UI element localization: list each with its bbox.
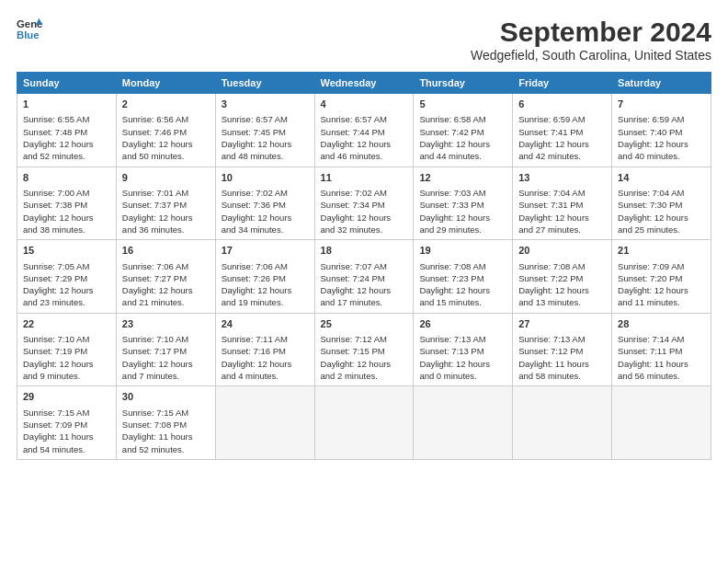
calendar-cell: 27Sunrise: 7:13 AMSunset: 7:12 PMDayligh… — [513, 313, 612, 386]
logo-icon: General Blue — [17, 17, 42, 42]
calendar-cell: 15Sunrise: 7:05 AMSunset: 7:29 PMDayligh… — [17, 240, 117, 314]
week-row-1: 1Sunrise: 6:55 AMSunset: 7:48 PMDaylight… — [17, 94, 711, 167]
calendar-cell: 3Sunrise: 6:57 AMSunset: 7:45 PMDaylight… — [215, 94, 314, 167]
calendar-cell: 23Sunrise: 7:10 AMSunset: 7:17 PMDayligh… — [116, 313, 215, 386]
page: General Blue September 2024 Wedgefield, … — [0, 0, 728, 563]
logo: General Blue — [17, 17, 42, 42]
calendar-cell — [612, 386, 711, 460]
calendar-cell: 21Sunrise: 7:09 AMSunset: 7:20 PMDayligh… — [612, 240, 711, 314]
calendar-cell: 6Sunrise: 6:59 AMSunset: 7:41 PMDaylight… — [513, 94, 612, 167]
week-row-3: 15Sunrise: 7:05 AMSunset: 7:29 PMDayligh… — [17, 240, 711, 314]
calendar-cell: 11Sunrise: 7:02 AMSunset: 7:34 PMDayligh… — [314, 167, 414, 240]
calendar-cell — [314, 386, 414, 460]
calendar-cell: 5Sunrise: 6:58 AMSunset: 7:42 PMDaylight… — [414, 94, 513, 167]
calendar-cell: 28Sunrise: 7:14 AMSunset: 7:11 PMDayligh… — [612, 313, 711, 386]
calendar-cell — [513, 386, 612, 460]
calendar-cell — [215, 386, 314, 460]
calendar-cell: 26Sunrise: 7:13 AMSunset: 7:13 PMDayligh… — [414, 313, 513, 386]
calendar-cell — [414, 386, 513, 460]
calendar-cell: 7Sunrise: 6:59 AMSunset: 7:40 PMDaylight… — [612, 94, 711, 167]
col-wednesday: Wednesday — [314, 73, 414, 94]
calendar-cell: 8Sunrise: 7:00 AMSunset: 7:38 PMDaylight… — [17, 167, 117, 240]
sub-title: Wedgefield, South Carolina, United State… — [471, 48, 711, 63]
calendar-cell: 18Sunrise: 7:07 AMSunset: 7:24 PMDayligh… — [314, 240, 414, 314]
calendar-cell: 25Sunrise: 7:12 AMSunset: 7:15 PMDayligh… — [314, 313, 414, 386]
calendar-cell: 24Sunrise: 7:11 AMSunset: 7:16 PMDayligh… — [215, 313, 314, 386]
svg-text:Blue: Blue — [17, 29, 40, 40]
calendar-cell: 20Sunrise: 7:08 AMSunset: 7:22 PMDayligh… — [513, 240, 612, 314]
col-friday: Friday — [513, 73, 612, 94]
header: General Blue September 2024 Wedgefield, … — [17, 17, 711, 63]
calendar-table: Sunday Monday Tuesday Wednesday Thursday… — [17, 72, 711, 460]
calendar-cell: 16Sunrise: 7:06 AMSunset: 7:27 PMDayligh… — [116, 240, 215, 314]
calendar-cell: 13Sunrise: 7:04 AMSunset: 7:31 PMDayligh… — [513, 167, 612, 240]
calendar-cell: 12Sunrise: 7:03 AMSunset: 7:33 PMDayligh… — [414, 167, 513, 240]
title-area: September 2024 Wedgefield, South Carolin… — [471, 17, 711, 63]
col-sunday: Sunday — [17, 73, 117, 94]
calendar-cell: 29Sunrise: 7:15 AMSunset: 7:09 PMDayligh… — [17, 386, 117, 460]
calendar-cell: 2Sunrise: 6:56 AMSunset: 7:46 PMDaylight… — [116, 94, 215, 167]
main-title: September 2024 — [471, 17, 711, 48]
col-tuesday: Tuesday — [215, 73, 314, 94]
week-row-5: 29Sunrise: 7:15 AMSunset: 7:09 PMDayligh… — [17, 386, 711, 460]
calendar-cell: 14Sunrise: 7:04 AMSunset: 7:30 PMDayligh… — [612, 167, 711, 240]
col-thursday: Thursday — [414, 73, 513, 94]
week-row-4: 22Sunrise: 7:10 AMSunset: 7:19 PMDayligh… — [17, 313, 711, 386]
calendar-cell: 10Sunrise: 7:02 AMSunset: 7:36 PMDayligh… — [215, 167, 314, 240]
calendar-cell: 1Sunrise: 6:55 AMSunset: 7:48 PMDaylight… — [17, 94, 117, 167]
col-saturday: Saturday — [612, 73, 711, 94]
calendar-cell: 19Sunrise: 7:08 AMSunset: 7:23 PMDayligh… — [414, 240, 513, 314]
header-row: Sunday Monday Tuesday Wednesday Thursday… — [17, 73, 711, 94]
calendar-cell: 4Sunrise: 6:57 AMSunset: 7:44 PMDaylight… — [314, 94, 414, 167]
week-row-2: 8Sunrise: 7:00 AMSunset: 7:38 PMDaylight… — [17, 167, 711, 240]
calendar-cell: 30Sunrise: 7:15 AMSunset: 7:08 PMDayligh… — [116, 386, 215, 460]
col-monday: Monday — [116, 73, 215, 94]
calendar-cell: 9Sunrise: 7:01 AMSunset: 7:37 PMDaylight… — [116, 167, 215, 240]
calendar-cell: 17Sunrise: 7:06 AMSunset: 7:26 PMDayligh… — [215, 240, 314, 314]
calendar-cell: 22Sunrise: 7:10 AMSunset: 7:19 PMDayligh… — [17, 313, 117, 386]
